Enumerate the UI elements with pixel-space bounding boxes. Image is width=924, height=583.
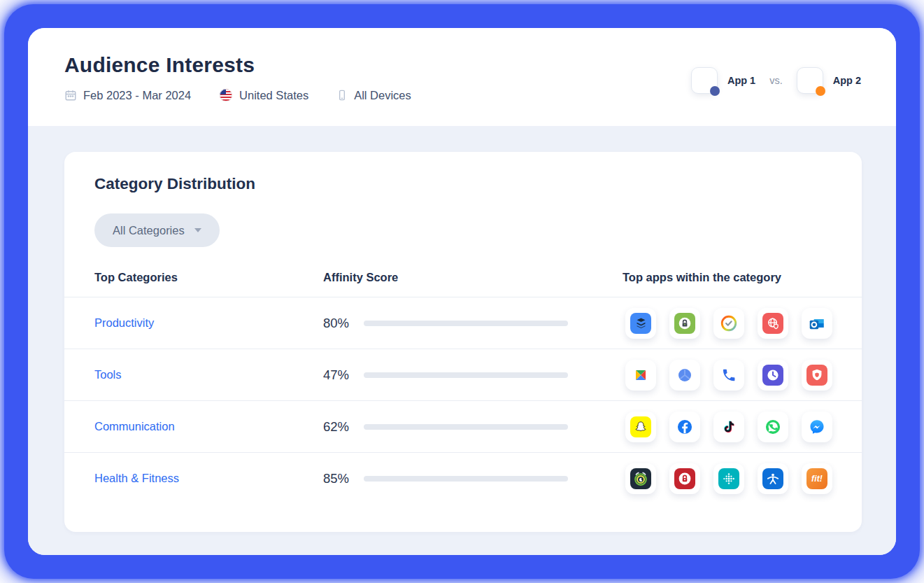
affinity-score-value: 47% <box>323 367 364 383</box>
top-apps-list <box>625 308 832 339</box>
category-link-health-fitness[interactable]: Health & Fitness <box>94 472 179 484</box>
column-header-apps: Top apps within the category <box>623 271 832 284</box>
country-label: United States <box>239 89 308 102</box>
whatsapp-app-icon[interactable] <box>758 412 788 442</box>
dashboard-window: Audience Interests Feb 2023 - Mar 2024 <box>28 28 896 555</box>
mobile-device-icon <box>336 89 348 101</box>
fit-app-icon[interactable]: fit! <box>802 463 832 494</box>
todo-ring-check-app-icon[interactable] <box>713 308 744 339</box>
layers-security-app-icon[interactable] <box>625 308 656 339</box>
header-left: Audience Interests Feb 2023 - Mar 2024 <box>64 53 411 126</box>
play-services-app-icon[interactable] <box>625 360 656 391</box>
vs-label: vs. <box>769 75 783 86</box>
outlook-app-icon[interactable] <box>802 308 832 339</box>
fit-app-wordmark: fit! <box>811 474 823 484</box>
fitbit-app-icon[interactable] <box>713 463 744 494</box>
snapchat-app-icon[interactable] <box>625 412 656 442</box>
app2-icon-placeholder[interactable] <box>797 67 823 94</box>
category-link-productivity[interactable]: Productivity <box>94 316 154 329</box>
blue-sphere-app-icon[interactable] <box>669 360 700 391</box>
column-header-categories: Top Categories <box>94 271 323 284</box>
facebook-app-icon[interactable] <box>669 412 700 442</box>
affinity-progress-track <box>364 372 568 378</box>
devices-label: All Devices <box>354 89 411 102</box>
date-range: Feb 2023 - Mar 2024 <box>64 89 191 102</box>
affinity-progress-track <box>364 321 568 326</box>
app-compare-widget: App 1 vs. App 2 <box>691 64 861 97</box>
table-row: Tools 47% <box>64 349 862 400</box>
page-background: Audience Interests Feb 2023 - Mar 2024 <box>0 0 924 583</box>
table-row: Communication 62% <box>64 400 862 452</box>
phone-dialer-app-icon[interactable] <box>713 360 744 391</box>
device-filter: All Devices <box>336 89 411 102</box>
affinity-score-value: 62% <box>323 419 364 435</box>
category-distribution-card: Category Distribution All Categories Top… <box>64 152 862 532</box>
app-lock-app-icon[interactable] <box>669 308 700 339</box>
affinity-progress-track <box>364 476 568 482</box>
messenger-app-icon[interactable] <box>802 412 832 442</box>
header: Audience Interests Feb 2023 - Mar 2024 <box>28 28 896 126</box>
privacy-lock-app-icon[interactable] <box>669 463 700 494</box>
affinity-score-value: 80% <box>323 316 364 331</box>
app1-icon-placeholder[interactable] <box>691 67 718 94</box>
top-apps-list <box>625 360 832 391</box>
secure-browser-globe-app-icon[interactable] <box>758 308 788 339</box>
antivirus-shield-app-icon[interactable] <box>802 360 832 391</box>
affinity-score-value: 85% <box>323 471 364 486</box>
column-header-score: Affinity Score <box>323 271 569 284</box>
chevron-down-icon <box>194 228 201 232</box>
us-flag-icon <box>219 88 233 102</box>
affinity-progress-track <box>364 424 568 430</box>
top-apps-list: fit! <box>625 463 832 494</box>
category-link-communication[interactable]: Communication <box>94 420 175 433</box>
sleep-alarm-app-icon[interactable] <box>625 463 656 494</box>
app2-color-dot <box>816 86 825 96</box>
content-area: Category Distribution All Categories Top… <box>28 126 896 555</box>
tiktok-app-icon[interactable] <box>713 412 744 442</box>
country-filter: United States <box>219 88 308 102</box>
myfitnesspal-app-icon[interactable] <box>758 463 788 494</box>
table-row: Productivity 80% <box>64 297 862 349</box>
card-title: Category Distribution <box>94 175 862 193</box>
header-meta: Feb 2023 - Mar 2024 <box>64 88 411 102</box>
table-row: Health & Fitness 85% <box>64 452 862 504</box>
app1-color-dot <box>710 86 720 96</box>
all-categories-dropdown[interactable]: All Categories <box>94 213 220 247</box>
clock-app-icon[interactable] <box>758 360 788 391</box>
page-title: Audience Interests <box>64 53 411 77</box>
date-range-label: Feb 2023 - Mar 2024 <box>83 89 191 102</box>
app1-label: App 1 <box>727 75 755 86</box>
calendar-icon <box>64 89 77 101</box>
category-link-tools[interactable]: Tools <box>94 368 122 381</box>
app2-label: App 2 <box>833 75 861 86</box>
table-header-row: Top Categories Affinity Score Top apps w… <box>64 271 862 297</box>
dropdown-label: All Categories <box>113 224 185 237</box>
top-apps-list <box>625 412 832 442</box>
